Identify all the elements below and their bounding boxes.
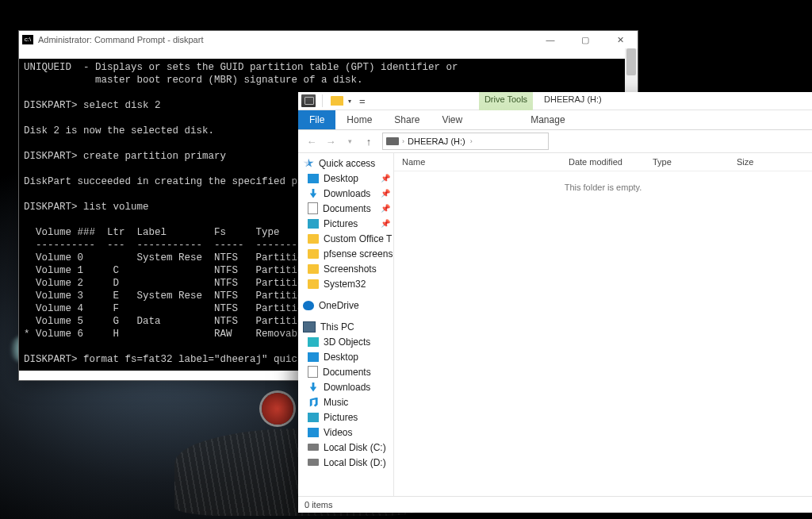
desktop-wallpaper: c:\ Administrator: Command Prompt - disk… [0,0,812,519]
documents-icon [308,366,318,378]
pictures-icon [308,219,319,229]
3d-objects-icon [308,337,319,347]
sidebar-item-downloads[interactable]: Downloads📌 [298,186,393,201]
column-headers[interactable]: Name Date modified Type Size [394,152,812,171]
ribbon-tabs: File Home Share View Manage [298,110,812,130]
sidebar-onedrive[interactable]: OneDrive [298,298,393,313]
status-bar: 0 items [298,496,812,513]
drive-icon [386,137,399,145]
sidebar-item-label: Downloads [324,382,370,393]
pin-icon: 📌 [381,189,390,198]
desktop-icon [308,174,319,183]
folder-icon[interactable] [331,96,343,106]
wallpaper-decor [262,393,293,425]
sidebar-item-label: Documents [323,367,371,378]
videos-icon [308,428,319,437]
drive-icon [308,444,319,451]
tab-spacer [473,110,519,129]
drive-tools-label: Drive Tools [479,94,533,104]
cmd-scrollbar-thumb[interactable] [626,48,636,75]
sidebar-item-local-disk-c[interactable]: Local Disk (C:) [298,440,393,455]
sidebar-item-label: Local Disk (D:) [324,457,386,468]
column-type[interactable]: Type [645,157,729,167]
sidebar-item-label: OneDrive [319,300,359,311]
sidebar-item-label: Quick access [319,158,375,169]
sidebar-item-label: Desktop [324,352,358,363]
tab-share[interactable]: Share [383,110,431,129]
sidebar-item-local-disk-d[interactable]: Local Disk (D:) [298,455,393,470]
explorer-window-title: DHEERAJ (H:) [544,94,602,104]
folder-icon [308,264,319,274]
address-chevron-icon: › [402,137,404,145]
sidebar-this-pc[interactable]: This PC [298,319,393,334]
column-name[interactable]: Name [394,157,561,167]
file-list-pane[interactable]: Name Date modified Type Size This folder… [394,152,812,497]
sidebar-item-label: 3D Objects [324,336,370,348]
address-text: DHEERAJ (H:) [408,136,465,146]
cmd-icon: c:\ [22,35,33,44]
maximize-button[interactable]: ▢ [568,32,603,48]
sidebar-item-documents[interactable]: Documents📌 [298,201,393,216]
file-explorer-window: ▾ = Drive Tools DHEERAJ (H:) File Home S… [298,92,812,513]
folder-icon [308,279,319,289]
tab-home[interactable]: Home [335,110,383,129]
music-icon [308,398,319,407]
explorer-body: Quick access Desktop📌 Downloads📌 Documen… [298,152,812,497]
close-button[interactable]: ✕ [603,32,638,48]
onedrive-icon [303,301,314,310]
sidebar-item-pc-desktop[interactable]: Desktop [298,349,393,364]
status-item-count: 0 items [304,500,332,509]
system-menu-icon[interactable] [301,94,316,107]
sidebar-item-label: Downloads [324,188,370,199]
sidebar-item-label: pfsense screensh [324,248,393,260]
empty-folder-message: This folder is empty. [394,183,812,192]
forward-button[interactable]: → [322,133,339,150]
desktop-icon [308,352,319,362]
sidebar-item-custom-office[interactable]: Custom Office T [298,231,393,246]
up-button[interactable]: ↑ [360,133,377,150]
sidebar-item-system32[interactable]: System32 [298,276,393,291]
sidebar-item-label: Custom Office T [324,233,392,244]
column-size[interactable]: Size [729,157,792,167]
drive-icon [308,459,319,466]
sidebar-item-label: Pictures [324,218,358,229]
folder-icon [308,249,319,259]
sidebar-item-label: Local Disk (C:) [324,442,386,453]
navigation-pane[interactable]: Quick access Desktop📌 Downloads📌 Documen… [298,152,394,497]
sidebar-item-pc-downloads[interactable]: Downloads [298,379,393,394]
documents-icon [308,202,318,214]
sidebar-quick-access[interactable]: Quick access [298,156,393,171]
folder-icon [308,234,319,244]
chevron-right-icon: › [470,137,473,145]
sidebar-item-label: Documents [323,203,371,214]
sidebar-item-pfsense[interactable]: pfsense screensh [298,246,393,261]
pin-icon: 📌 [381,204,390,213]
cmd-titlebar[interactable]: c:\ Administrator: Command Prompt - disk… [19,31,638,48]
downloads-icon [308,189,319,198]
pictures-icon [308,413,319,422]
back-button[interactable]: ← [303,133,320,150]
qat-customize-icon[interactable]: = [359,95,366,107]
address-bar[interactable]: › DHEERAJ (H:) › [382,133,549,150]
sidebar-item-screenshots[interactable]: Screenshots [298,261,393,276]
sidebar-item-label: Pictures [324,412,358,423]
minimize-button[interactable]: — [533,32,568,48]
sidebar-item-label: Videos [324,427,352,438]
sidebar-item-desktop[interactable]: Desktop📌 [298,171,393,186]
tab-manage[interactable]: Manage [519,110,576,129]
sidebar-item-pictures[interactable]: Pictures📌 [298,216,393,231]
recent-locations-button[interactable]: ▾ [341,133,358,150]
sidebar-item-pc-pictures[interactable]: Pictures [298,409,393,425]
chevron-down-icon[interactable]: ▾ [348,98,351,105]
sidebar-item-label: Music [324,397,348,408]
explorer-quick-access-toolbar: ▾ = Drive Tools DHEERAJ (H:) [298,92,812,110]
sidebar-item-music[interactable]: Music [298,394,393,409]
column-date[interactable]: Date modified [561,157,645,167]
tab-file[interactable]: File [298,110,335,129]
sidebar-item-3d-objects[interactable]: 3D Objects [298,334,393,349]
qat-divider [322,94,323,107]
sidebar-item-pc-documents[interactable]: Documents [298,364,393,379]
sidebar-item-videos[interactable]: Videos [298,425,393,440]
downloads-icon [308,383,319,392]
tab-view[interactable]: View [431,110,473,129]
